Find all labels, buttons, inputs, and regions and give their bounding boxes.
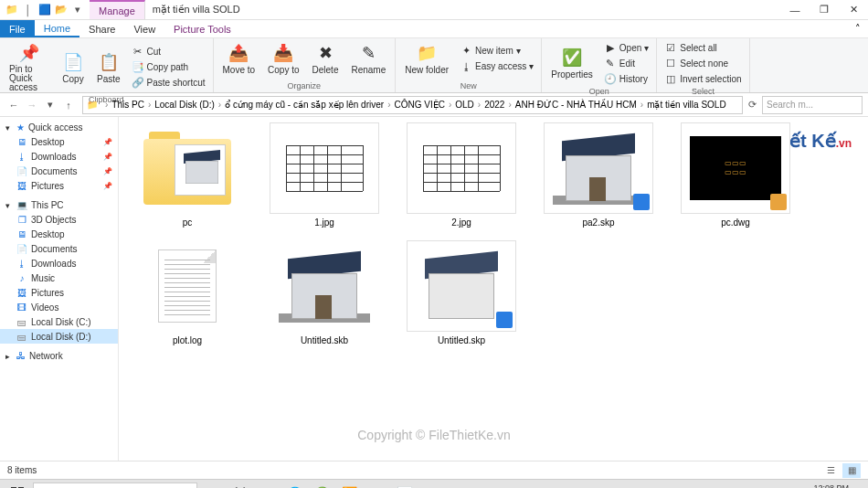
select-group-label: Select [662, 86, 743, 96]
sidebar-item-desktop[interactable]: 🖥Desktop [0, 227, 118, 241]
search-input[interactable]: Search m... [762, 96, 863, 114]
taskbar-clock[interactable]: 12:08 PM 3/14/2024 [812, 484, 849, 488]
maximize-button[interactable]: ❐ [810, 0, 839, 20]
chevron-right-icon[interactable]: › [217, 100, 223, 110]
new-folder-button[interactable]: 📁New folder [401, 40, 452, 77]
refresh-button[interactable]: ⟳ [748, 99, 757, 111]
new-folder-icon[interactable]: 📂 [55, 4, 68, 16]
chevron-right-icon[interactable]: › [103, 100, 110, 110]
taskbar-app-icon[interactable]: 📁 [254, 482, 280, 489]
chevron-right-icon[interactable]: ▸ [5, 352, 13, 361]
chevron-right-icon[interactable]: › [146, 100, 153, 110]
up-button[interactable]: ↑ [60, 97, 77, 113]
sidebar-head-this-pc[interactable]: ▾ 💻 This PC [0, 198, 118, 212]
taskbar-app-icon[interactable]: 📊 [391, 482, 417, 489]
taskbar-app-icon[interactable]: 🦊 [227, 482, 252, 489]
move-to-button[interactable]: 📤Move to [219, 40, 259, 77]
sidebar-item-videos[interactable]: 🎞Videos [0, 300, 118, 314]
invert-selection-button[interactable]: ◫Invert selection [662, 71, 743, 86]
paste-button[interactable]: 📋 Paste [93, 49, 124, 86]
sidebar-item-pictures[interactable]: 🖼Pictures📌 [0, 178, 118, 193]
chevron-right-icon[interactable]: › [506, 100, 513, 110]
recent-dropdown-icon[interactable]: ▾ [42, 97, 58, 113]
file-item-skb[interactable]: Untitled.skb [265, 240, 384, 345]
tab-view[interactable]: View [124, 20, 164, 37]
sidebar-item-3d-objects[interactable]: ❒3D Objects [0, 212, 118, 227]
crumb[interactable]: ANH ĐỨC - NHÀ THẦU HCM [515, 100, 637, 110]
sidebar-item-pictures[interactable]: 🖼Pictures [0, 285, 118, 300]
taskbar-app-icon[interactable]: A [418, 482, 444, 489]
ribbon-collapse-icon[interactable]: ˄ [848, 20, 868, 37]
crumb[interactable]: Local Disk (D:) [154, 100, 215, 110]
tab-share[interactable]: Share [79, 20, 124, 37]
close-button[interactable]: ✕ [839, 0, 868, 20]
pin-button[interactable]: 📌 Pin to Quick access [5, 40, 53, 94]
sidebar-item-downloads[interactable]: ⭳Downloads [0, 256, 118, 271]
tab-home[interactable]: Home [35, 20, 79, 37]
crumb[interactable]: mặt tiền villa SOLD [647, 100, 725, 110]
file-item-skp[interactable]: Untitled.skp [402, 240, 521, 345]
sidebar-item-desktop[interactable]: 🖥Desktop📌 [0, 134, 118, 149]
delete-button[interactable]: ✖Delete [309, 40, 343, 77]
chevron-right-icon[interactable]: › [447, 100, 453, 110]
select-all-button[interactable]: ☑Select all [662, 40, 743, 55]
copy-path-button[interactable]: 📑Copy path [130, 60, 207, 75]
copy-button[interactable]: 📄 Copy [58, 49, 88, 86]
sidebar-item-documents[interactable]: 📄Documents📌 [0, 164, 118, 178]
tab-picture-tools[interactable]: Picture Tools [164, 20, 240, 37]
sidebar-item-music[interactable]: ♪Music [0, 271, 118, 285]
crumb[interactable]: OLD [455, 100, 474, 110]
file-item-folder[interactable]: pc [128, 122, 247, 228]
cut-button[interactable]: ✂Cut [130, 45, 207, 59]
file-item-text[interactable]: plot.log [128, 240, 247, 345]
chevron-down-icon[interactable]: ▾ [5, 123, 13, 133]
file-item-image[interactable]: 1.jpg [265, 122, 384, 228]
easy-access-button[interactable]: ⭳Easy access ▾ [458, 59, 535, 74]
taskbar-app-icon[interactable]: 🌐 [281, 482, 307, 489]
crumb[interactable]: CÔNG VIỆC [394, 100, 444, 110]
properties-icon[interactable]: 🟦 [38, 4, 51, 16]
sidebar-head-network[interactable]: ▸ 🖧 Network [0, 349, 118, 363]
contextual-tab-manage[interactable]: Manage [90, 0, 145, 19]
crumb[interactable]: This PC [111, 100, 144, 110]
open-button[interactable]: ▶Open ▾ [602, 40, 651, 55]
file-item-dwg[interactable]: ▭▭▭▭▭▭ pc.dwg [676, 122, 795, 228]
rename-button[interactable]: ✎Rename [347, 40, 389, 77]
file-view[interactable]: FileThiết Kế.vn pc 1.jpg 2.jpg [119, 117, 868, 461]
taskbar-app-icon[interactable]: 📂 [364, 482, 389, 489]
paste-shortcut-button[interactable]: 🔗Paste shortcut [130, 76, 207, 90]
back-button[interactable]: ← [5, 97, 22, 113]
new-item-button[interactable]: ✦New item ▾ [458, 44, 535, 58]
taskbar-app-icon[interactable]: 🟧 [336, 482, 362, 489]
crumb[interactable]: 2022 [484, 100, 504, 110]
sidebar-group-this-pc: ▾ 💻 This PC ❒3D Objects 🖥Desktop 📄Docume… [0, 198, 118, 344]
thumbnails-view-button[interactable]: ▦ [842, 463, 861, 478]
properties-button[interactable]: ✅Properties [547, 45, 597, 81]
chevron-down-icon[interactable]: ▾ [5, 201, 13, 210]
start-button[interactable] [4, 482, 31, 489]
details-view-button[interactable]: ☰ [821, 463, 840, 478]
breadcrumb[interactable]: 📁 › This PC› Local Disk (D:)› ổ cứng máy… [82, 96, 743, 114]
taskbar-search[interactable]: 🔍 Type here to search [33, 483, 197, 489]
file-item-image[interactable]: 2.jpg [402, 122, 521, 228]
copy-to-button[interactable]: 📥Copy to [264, 40, 302, 77]
taskbar-app-icon[interactable]: 🟢 [309, 482, 334, 489]
edit-button[interactable]: ✎Edit [602, 56, 651, 70]
sidebar-head-quick-access[interactable]: ▾ ★ Quick access [0, 121, 118, 134]
chevron-right-icon[interactable]: › [476, 100, 482, 110]
history-button[interactable]: 🕘History [602, 71, 651, 86]
chevron-right-icon[interactable]: › [639, 100, 645, 110]
chevron-right-icon[interactable]: › [386, 100, 392, 110]
tab-file[interactable]: File [0, 20, 35, 37]
file-item-skp[interactable]: pa2.skp [539, 122, 658, 228]
sidebar-item-documents[interactable]: 📄Documents [0, 241, 118, 256]
qat-dropdown-icon[interactable]: ▾ [71, 4, 84, 16]
minimize-button[interactable]: — [780, 0, 810, 20]
select-none-button[interactable]: ☐Select none [662, 56, 743, 70]
sidebar-item-local-disk-d[interactable]: 🖴Local Disk (D:) [0, 329, 118, 344]
sidebar-item-downloads[interactable]: ⭳Downloads📌 [0, 149, 118, 164]
sidebar-item-local-disk-c[interactable]: 🖴Local Disk (C:) [0, 314, 118, 329]
task-view-button[interactable]: ⊞ [199, 482, 225, 489]
crumb[interactable]: ổ cứng máy cũ - cần sắp xếp lên driver [225, 100, 384, 110]
forward-button[interactable]: → [24, 97, 40, 113]
